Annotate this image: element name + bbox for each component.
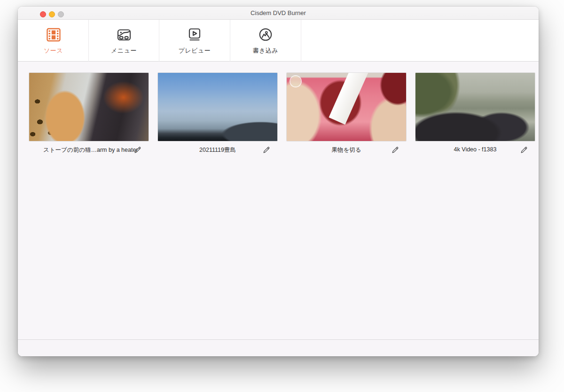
play-monitor-icon [186, 26, 203, 43]
window-title: Cisdem DVD Burner [18, 7, 539, 20]
film-strip-icon [45, 26, 62, 43]
video-card: 4k Video - f1383 [415, 73, 535, 155]
video-card: 20211119豊島 [158, 73, 277, 155]
burn-disc-icon [257, 26, 274, 43]
video-title: 4k Video - f1383 [415, 146, 535, 153]
tab-menu-label: メニュー [111, 47, 137, 55]
tab-burn[interactable]: 書き込み [230, 20, 301, 62]
video-card: 果物を切る [287, 73, 406, 155]
close-button[interactable] [40, 11, 46, 17]
video-thumbnail-cutting-fruit[interactable] [287, 73, 406, 141]
title-bar: Cisdem DVD Burner [18, 7, 539, 20]
minimize-button[interactable] [49, 11, 55, 17]
video-thumbnail-sea-view[interactable] [158, 73, 277, 141]
video-title: 20211119豊島 [158, 146, 277, 154]
bottom-bar: 2.29/4.40G DVD5 ディスクに合わせる [18, 339, 539, 356]
menu-template-icon [116, 26, 133, 43]
zoom-button[interactable] [58, 11, 64, 17]
edit-pencil-icon[interactable] [520, 146, 528, 154]
video-thumbnail-cat-heater[interactable] [29, 73, 149, 141]
video-title: 果物を切る [287, 146, 406, 154]
app-window: Cisdem DVD Burner ソース [18, 7, 539, 356]
source-video-grid: ストーブの前の猫…arm by a heater 20211119豊島 [18, 62, 539, 339]
edit-pencil-icon[interactable] [262, 146, 271, 154]
edit-pencil-icon[interactable] [391, 146, 400, 154]
tab-preview[interactable]: プレビュー [159, 20, 230, 62]
watermark-badge [290, 76, 301, 86]
tab-source-label: ソース [44, 47, 63, 55]
tab-burn-label: 書き込み [253, 47, 279, 55]
toolbar: ソース メニュー プレビュー [18, 20, 539, 62]
video-card: ストーブの前の猫…arm by a heater [29, 73, 149, 155]
tab-menu[interactable]: メニュー [89, 20, 159, 62]
video-title: ストーブの前の猫…arm by a heater [29, 146, 149, 154]
desktop: Cisdem DVD Burner ソース [0, 0, 564, 392]
tab-source[interactable]: ソース [18, 20, 89, 62]
tab-preview-label: プレビュー [179, 47, 211, 55]
edit-pencil-icon[interactable] [133, 146, 142, 154]
video-thumbnail-tropical[interactable] [415, 73, 535, 141]
